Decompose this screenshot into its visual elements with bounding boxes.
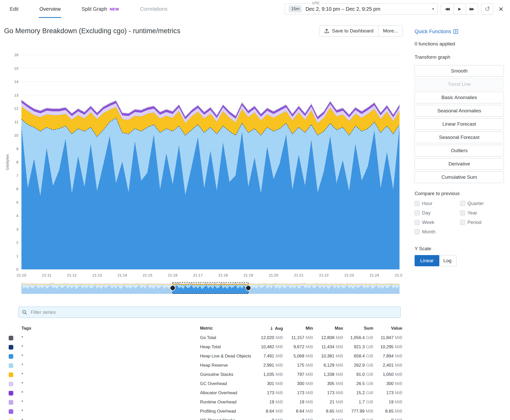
play-button[interactable]: ▶ <box>453 4 466 14</box>
compare-hour-checkbox[interactable] <box>415 201 420 206</box>
compare-option-label: Month <box>422 229 436 235</box>
series-min: 300MiB <box>283 381 313 386</box>
series-max: 305MiB <box>313 381 343 386</box>
table-row[interactable]: *Heap Live & Dead Objects7,491MiB5,069Mi… <box>5 352 403 361</box>
svg-text:6: 6 <box>16 187 18 191</box>
quick-functions-link[interactable]: Quick Functions <box>415 29 505 34</box>
series-metric-name: Heap Live & Dead Objects <box>200 354 254 359</box>
series-sum: 91.0GiB <box>343 372 373 377</box>
skip-back-button[interactable]: ◀◀ <box>441 4 453 14</box>
compare-hour-option[interactable]: Hour <box>415 200 460 207</box>
compare-week-checkbox[interactable] <box>415 220 420 225</box>
transform-outliers-button[interactable]: Outliers <box>415 145 504 157</box>
y-scale-linear-button[interactable]: Linear <box>415 255 439 266</box>
table-row[interactable]: *Runtime Overhead19MiB19MiB21MiB1.7GiB19… <box>5 398 403 407</box>
table-row[interactable]: *Go Total12,020MiB11,157MiB12,808MiB1,05… <box>5 333 403 342</box>
memory-breakdown-chart[interactable]: 01234567891011121314151621:1021:1121:122… <box>5 46 403 280</box>
transform-smooth-button[interactable]: Smooth <box>415 65 504 77</box>
compare-period-option[interactable]: Period <box>460 219 505 225</box>
table-row[interactable]: *Allocator Overhead173MiB173MiB173MiB15.… <box>5 388 403 398</box>
transform-seasonal-forecast-button[interactable]: Seasonal Forecast <box>415 131 504 143</box>
svg-text:14: 14 <box>14 79 18 84</box>
timeline-brush[interactable] <box>21 282 400 294</box>
brush-handle-left[interactable] <box>170 285 175 291</box>
series-color-swatch[interactable] <box>9 409 13 414</box>
transform-seasonal-anomalies-button[interactable]: Seasonal Anomalies <box>415 105 504 117</box>
table-row[interactable]: *Goroutine Stacks1,035MiB797MiB1,338MiB9… <box>5 370 403 379</box>
compare-month-checkbox[interactable] <box>415 229 420 234</box>
series-color-swatch[interactable] <box>9 336 13 340</box>
svg-text:16: 16 <box>14 53 18 57</box>
transform-basic-anomalies-button[interactable]: Basic Anomalies <box>415 92 504 103</box>
header-value[interactable]: Value <box>373 326 402 331</box>
save-to-dashboard-button[interactable]: Save to Dashboard <box>319 26 378 36</box>
table-row[interactable]: *Heap Total10,482MiB9,672MiB11,434MiB921… <box>5 342 403 352</box>
tab-edit[interactable]: Edit <box>9 0 19 18</box>
series-min: 9,672MiB <box>283 344 313 350</box>
series-color-swatch[interactable] <box>9 382 13 386</box>
compare-day-option[interactable]: Day <box>415 210 460 216</box>
compare-quarter-option[interactable]: Quarter <box>460 200 505 207</box>
compare-month-option[interactable]: Month <box>415 229 460 235</box>
time-range-selector[interactable]: UTC 15m Dec 2, 9:10 pm – Dec 2, 9:25 pm … <box>285 3 438 15</box>
series-value: 0MiB <box>373 418 402 420</box>
table-row[interactable]: *Profiling Overhead8.64MiB8.64MiB8.65MiB… <box>5 407 403 416</box>
series-color-swatch[interactable] <box>9 345 13 350</box>
skip-forward-button[interactable]: ▶▶ <box>466 4 478 14</box>
more-button[interactable]: More... <box>378 26 403 36</box>
header-sum[interactable]: Sum <box>343 326 373 331</box>
compare-column-1: HourDayWeekMonth <box>415 200 460 238</box>
series-max: 173MiB <box>313 390 343 395</box>
header-max[interactable]: Max <box>313 326 343 331</box>
reset-zoom-icon: ↺ <box>484 5 490 13</box>
header-avg[interactable]: ↓Avg <box>254 326 283 331</box>
transform-linear-forecast-button[interactable]: Linear Forecast <box>415 118 504 130</box>
compare-year-option[interactable]: Year <box>460 210 505 216</box>
series-metric-name: Profiling Overhead <box>200 409 254 414</box>
series-color-swatch[interactable] <box>9 418 13 420</box>
compare-week-option[interactable]: Week <box>415 219 460 225</box>
series-min: 797MiB <box>283 372 313 377</box>
y-scale-control: Linear Log <box>415 255 457 266</box>
series-value: 10,295MiB <box>373 344 402 350</box>
series-color-swatch[interactable] <box>9 373 13 377</box>
series-metric-name: Goroutine Stacks <box>200 372 254 377</box>
close-icon[interactable]: × <box>499 5 503 13</box>
series-metric-name: GC Overhead <box>200 381 254 386</box>
header-min[interactable]: Min <box>283 326 313 331</box>
filter-series-input[interactable] <box>30 309 397 315</box>
compare-period-checkbox[interactable] <box>460 220 465 225</box>
series-color-swatch[interactable] <box>9 363 13 368</box>
series-color-swatch[interactable] <box>9 354 13 359</box>
compare-day-checkbox[interactable] <box>415 210 420 215</box>
series-avg: 2,991MiB <box>254 363 283 368</box>
compare-year-checkbox[interactable] <box>460 210 465 215</box>
table-row[interactable]: *Heap Reserve2,991MiB175MiB6,129MiB262.9… <box>5 361 403 370</box>
table-row[interactable]: *OS Thread Stacks0MiB0MiB0MiB0GiB0MiB <box>5 416 403 420</box>
tab-split-graph[interactable]: Split GraphNEW <box>81 0 120 18</box>
series-color-cell <box>5 335 21 340</box>
series-max: 10,381MiB <box>313 354 343 359</box>
reset-zoom-button[interactable]: ↺ <box>481 3 493 15</box>
tab-correlations[interactable]: Correlations <box>139 0 168 18</box>
transform-cumulative-sum-button[interactable]: Cumulative Sum <box>415 171 504 183</box>
series-value: 1,050MiB <box>373 372 402 377</box>
y-scale-log-button[interactable]: Log <box>439 255 457 266</box>
brush-handle-right[interactable] <box>246 285 251 291</box>
transform-button-stack: SmoothTrend LineBasic AnomaliesSeasonal … <box>415 65 505 183</box>
series-color-swatch[interactable] <box>9 400 13 405</box>
tab-overview[interactable]: Overview <box>39 0 61 18</box>
series-min: 5,069MiB <box>283 354 313 359</box>
table-row[interactable]: *GC Overhead301MiB300MiB305MiB26.5GiB300… <box>5 379 403 388</box>
series-color-swatch[interactable] <box>9 391 13 395</box>
svg-text:21:11: 21:11 <box>42 273 51 277</box>
series-value: 173MiB <box>373 390 402 395</box>
series-value: 11,847MiB <box>373 335 402 340</box>
series-sum: 658.4GiB <box>343 354 373 359</box>
series-tag: * <box>21 354 200 359</box>
transform-derivative-button[interactable]: Derivative <box>415 158 504 170</box>
upload-icon <box>324 28 329 34</box>
header-metric: Metric <box>200 326 254 331</box>
compare-quarter-checkbox[interactable] <box>460 201 465 206</box>
svg-text:21:21: 21:21 <box>294 273 304 277</box>
